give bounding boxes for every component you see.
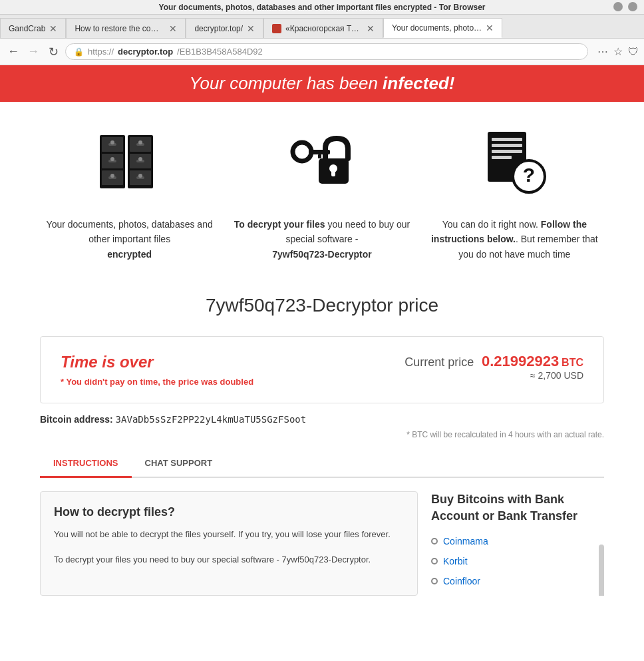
lock-icon: 🔒: [74, 47, 84, 57]
header-text-normal: Your computer has been: [190, 73, 383, 93]
minimize-button[interactable]: [613, 2, 623, 11]
header-banner: Your computer has been infected!: [0, 65, 644, 102]
svg-text:?: ?: [523, 164, 535, 186]
price-section: 7ywf50q723-Decryptor price: [0, 282, 644, 336]
right-panel: Buy Bitcoins with Bank Account or Bank T…: [431, 491, 604, 595]
price-title: 7ywf50q723-Decryptor price: [40, 295, 604, 316]
address-path: /EB1B3B458A584D92: [177, 47, 263, 57]
tab-instructions[interactable]: INSTRUCTIONS: [40, 450, 132, 478]
col1-bold: encrypted: [107, 249, 152, 260]
svg-point-14: [110, 140, 114, 144]
tab-close-decryptor[interactable]: ✕: [247, 23, 255, 34]
address-bar: ← → ↻ 🔒 https://decryptor.top/EB1B3B458A…: [0, 39, 644, 65]
tab-how-to-restore[interactable]: How to restore the com… ✕: [66, 18, 186, 38]
exchange-dot-coinfloor: [431, 578, 438, 584]
notification-bar: Your documents, photos, databases and ot…: [0, 0, 644, 15]
tab-close-how-to-restore[interactable]: ✕: [169, 23, 177, 34]
svg-rect-28: [492, 138, 522, 141]
right-panel-scrollbar[interactable]: [599, 545, 604, 595]
col3-text: You can do it right now. Follow the inst…: [425, 217, 604, 262]
forward-button[interactable]: →: [25, 45, 41, 59]
tab-close-your-docs[interactable]: ✕: [486, 23, 494, 33]
col2-software-name: 7ywf50q723-Decryptor: [272, 249, 371, 260]
col2-text: To decrypt your files you need to buy ou…: [232, 217, 411, 262]
tab-close-gandcrab[interactable]: ✕: [49, 23, 57, 34]
exchange-item-coinmama: Coinmama: [431, 536, 604, 547]
address-input[interactable]: 🔒 https://decryptor.top/EB1B3B458A584D92: [65, 43, 588, 60]
price-box: Time is over * You didn't pay on time, t…: [40, 336, 604, 403]
svg-rect-29: [492, 144, 522, 147]
col3-normal: You can do it right now.: [442, 219, 541, 230]
price-note: * You didn't pay on time, the price was …: [61, 377, 253, 387]
time-over-label: Time is over: [61, 353, 253, 371]
notification-text: Your documents, photos, databases and ot…: [159, 3, 486, 12]
address-protocol: https://: [88, 47, 114, 57]
three-col-section: Your documents, photos, databases and ot…: [0, 102, 644, 282]
exchange-item-korbit: Korbit: [431, 556, 604, 566]
svg-rect-24: [309, 150, 330, 154]
col-decrypt: To decrypt your files you need to buy ou…: [232, 128, 411, 262]
usd-approx: ≈ 2,700 USD: [404, 370, 583, 381]
tab-chat-support[interactable]: CHAT SUPPORT: [132, 450, 226, 478]
svg-point-19: [138, 174, 142, 178]
current-price-value: 0.21992923: [482, 353, 559, 369]
header-text-infected: infected!: [383, 73, 454, 93]
tab-gandcrab[interactable]: GandCrab ✕: [0, 18, 66, 38]
address-domain: decryptor.top: [118, 47, 173, 57]
right-panel-title: Buy Bitcoins with Bank Account or Bank T…: [431, 491, 604, 525]
col1-text: Your documents, photos, databases and ot…: [40, 217, 219, 262]
instructions-box: How to decrypt files? You will not be ab…: [40, 491, 418, 595]
instructions-title: How to decrypt files?: [54, 505, 404, 519]
svg-rect-22: [331, 170, 335, 176]
exchange-link-coinmama[interactable]: Coinmama: [443, 536, 488, 547]
instructions-para1: You will not be able to decrypt the file…: [54, 527, 404, 542]
col-encrypted: Your documents, photos, databases and ot…: [40, 128, 219, 262]
doc-question-icon: ?: [481, 128, 548, 204]
key-lock-icon: [289, 128, 355, 204]
exchange-link-coinfloor[interactable]: Coinfloor: [443, 576, 480, 586]
page-content: Your computer has been infected!: [0, 65, 644, 596]
back-button[interactable]: ←: [5, 45, 21, 59]
content-tabs: INSTRUCTIONS CHAT SUPPORT: [40, 450, 604, 478]
btc-recalc-note: * BTC will be recalculated in 4 hours wi…: [40, 430, 604, 439]
tab-your-docs[interactable]: Your documents, photo… ✕: [383, 18, 502, 38]
svg-point-23: [293, 142, 311, 161]
bitcoin-addr-label: Bitcoin address:: [40, 414, 113, 425]
exchange-item-coinfloor: Coinfloor: [431, 576, 604, 586]
svg-point-18: [138, 157, 142, 161]
svg-rect-26: [318, 154, 321, 158]
btc-label: BTC: [562, 357, 583, 368]
exchange-dot-coinmama: [431, 538, 438, 545]
tab-krasnaya[interactable]: «Красногорская Ти… ✕: [263, 18, 383, 38]
svg-point-15: [110, 157, 114, 161]
tab-close-krasnaya[interactable]: ✕: [367, 23, 375, 34]
exchange-dot-korbit: [431, 558, 438, 564]
maximize-button[interactable]: [628, 2, 637, 11]
exchange-link-korbit[interactable]: Korbit: [443, 556, 468, 566]
price-note-text: You didn't pay on time, the price was do…: [64, 377, 253, 387]
bitcoin-addr-row: Bitcoin address: 3AVaDb5sSzF2PP22yL4kmUa…: [40, 414, 604, 425]
tab-decryptor[interactable]: decryptor.top/ ✕: [186, 18, 263, 38]
col-follow: ? You can do it right now. Follow the in…: [425, 128, 604, 262]
svg-point-16: [110, 174, 114, 178]
cabinet-icon: [96, 128, 163, 204]
current-price-block: Current price 0.21992923 BTC ≈ 2,700 USD: [404, 353, 583, 381]
bitcoin-addr-value: 3AVaDb5sSzF2PP22yL4kmUaTU5SGzFSoot: [116, 414, 307, 425]
time-over-block: Time is over * You didn't pay on time, t…: [61, 353, 253, 387]
browser-tabs-bar: GandCrab ✕ How to restore the com… ✕ dec…: [0, 15, 644, 39]
bookmark-icon[interactable]: ☆: [613, 45, 623, 58]
svg-rect-25: [323, 154, 327, 160]
exchange-list: Coinmama Korbit Coinfloor: [431, 536, 604, 586]
instructions-para2: To decrypt your files you need to buy ou…: [54, 552, 404, 567]
col2-intro: To decrypt your files: [234, 219, 328, 230]
reload-button[interactable]: ↻: [45, 45, 61, 59]
right-panel-wrapper: Buy Bitcoins with Bank Account or Bank T…: [431, 491, 604, 595]
svg-rect-31: [492, 156, 512, 159]
main-section: How to decrypt files? You will not be ab…: [40, 491, 604, 595]
shield-icon[interactable]: 🛡: [628, 46, 639, 58]
svg-rect-30: [492, 150, 522, 153]
address-right-icons: ⋯ ☆ 🛡: [597, 45, 639, 58]
tab-favicon-krasnaya: [272, 24, 281, 33]
current-price-label: Current price: [404, 355, 474, 369]
menu-icon[interactable]: ⋯: [597, 45, 608, 58]
